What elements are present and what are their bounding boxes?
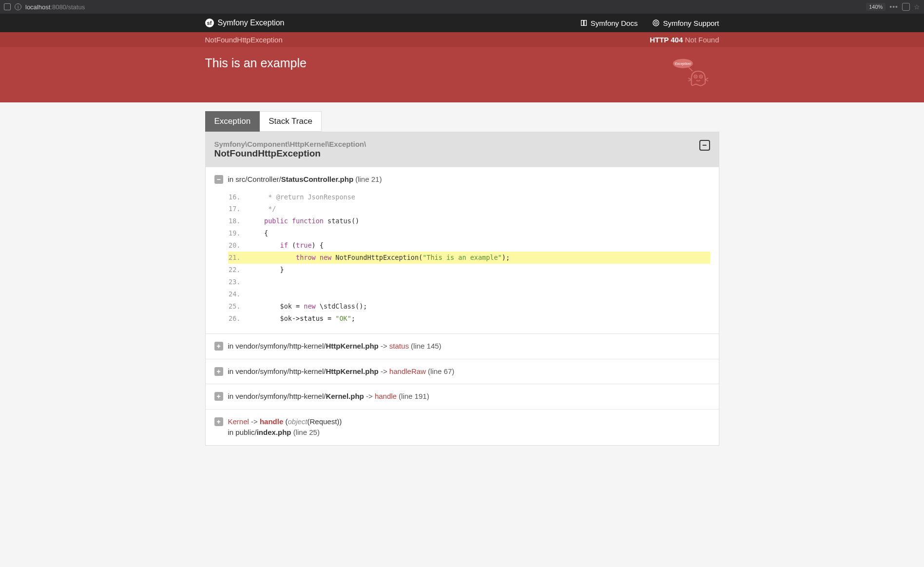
- code-source: if (true) {: [249, 239, 710, 252]
- bookmark-star-icon[interactable]: ☆: [914, 3, 920, 11]
- line-number: 26.: [228, 313, 249, 325]
- support-link[interactable]: Symfony Support: [652, 19, 719, 27]
- exception-class[interactable]: NotFoundHttpException: [205, 36, 283, 44]
- code-source: $ok->status = "OK";: [249, 313, 710, 325]
- svg-point-1: [655, 21, 657, 24]
- exception-namespace: Symfony\Component\HttpKernel\Exception\: [214, 140, 366, 148]
- tab-exception[interactable]: Exception: [205, 111, 260, 132]
- tab-stack-trace[interactable]: Stack Trace: [260, 111, 322, 132]
- code-line: 22. }: [228, 264, 710, 276]
- line-number: 19.: [228, 227, 249, 239]
- line-number: 23.: [228, 276, 249, 288]
- life-ring-icon: [652, 19, 660, 27]
- http-code: HTTP 404: [650, 36, 683, 44]
- trace-location[interactable]: Kernel -> handle (object(Request)) in pu…: [228, 416, 342, 438]
- ghost-illustration: Exception!: [666, 56, 719, 88]
- trace-item: − in src/Controller/StatusController.php…: [206, 167, 719, 333]
- error-header: NotFoundHttpException HTTP 404 Not Found…: [0, 32, 924, 102]
- tabs: Exception Stack Trace: [205, 111, 719, 132]
- code-line: 21. throw new NotFoundHttpException("Thi…: [228, 252, 710, 264]
- code-source: * @return JsonResponse: [249, 191, 710, 203]
- book-icon: [580, 19, 588, 27]
- code-source: throw new NotFoundHttpException("This is…: [249, 252, 710, 264]
- line-number: 25.: [228, 300, 249, 313]
- line-number: 22.: [228, 264, 249, 276]
- code-source: }: [249, 264, 710, 276]
- code-line: 25. $ok = new \stdClass();: [228, 300, 710, 313]
- browser-address-bar: i localhost:8080/status 140% ••• ☆: [0, 0, 924, 14]
- exception-class-name: NotFoundHttpException: [214, 148, 366, 159]
- url-host: localhost: [25, 3, 50, 11]
- support-link-label: Symfony Support: [663, 19, 719, 27]
- url-display[interactable]: localhost:8080/status: [25, 3, 85, 11]
- trace-item: + in vendor/symfony/http-kernel/Kernel.p…: [206, 384, 719, 409]
- expand-plus-icon[interactable]: +: [214, 417, 223, 426]
- svg-point-0: [653, 20, 659, 26]
- line-number: 24.: [228, 288, 249, 300]
- symfony-logo-icon: sf: [205, 19, 214, 27]
- code-source: public function status(): [249, 215, 710, 227]
- error-title: This is an example: [205, 56, 307, 70]
- line-number: 16.: [228, 191, 249, 203]
- info-icon[interactable]: i: [15, 3, 21, 10]
- trace-location[interactable]: in src/Controller/StatusController.php (…: [228, 174, 382, 185]
- collapse-minus-icon[interactable]: −: [214, 175, 223, 184]
- brand-text: Symfony Exception: [218, 19, 285, 27]
- docs-link-label: Symfony Docs: [591, 19, 638, 27]
- code-line: 24.: [228, 288, 710, 300]
- code-line: 18. public function status(): [228, 215, 710, 227]
- trace-item: + in vendor/symfony/http-kernel/HttpKern…: [206, 359, 719, 384]
- trace-item: + Kernel -> handle (object(Request)) in …: [206, 409, 719, 445]
- panel-header[interactable]: Symfony\Component\HttpKernel\Exception\ …: [206, 132, 719, 167]
- http-text: Not Found: [685, 36, 719, 44]
- docs-link[interactable]: Symfony Docs: [580, 19, 638, 27]
- code-line: 17. */: [228, 203, 710, 215]
- line-number: 20.: [228, 239, 249, 252]
- expand-plus-icon[interactable]: +: [214, 342, 223, 351]
- exception-panel: Symfony\Component\HttpKernel\Exception\ …: [205, 132, 719, 446]
- code-line: 16. * @return JsonResponse: [228, 191, 710, 203]
- code-source: $ok = new \stdClass();: [249, 300, 710, 313]
- code-line: 23.: [228, 276, 710, 288]
- code-source: [249, 276, 710, 288]
- trace-location[interactable]: in vendor/symfony/http-kernel/HttpKernel…: [228, 341, 442, 352]
- expand-plus-icon[interactable]: +: [214, 392, 223, 401]
- code-snippet: 16. * @return JsonResponse17. */18. publ…: [228, 191, 710, 325]
- trace-item: + in vendor/symfony/http-kernel/HttpKern…: [206, 333, 719, 359]
- url-port: :8080: [50, 3, 66, 11]
- pocket-icon[interactable]: [902, 3, 910, 11]
- trace-location[interactable]: in vendor/symfony/http-kernel/HttpKernel…: [228, 366, 455, 377]
- shield-icon[interactable]: [4, 3, 11, 10]
- collapse-icon[interactable]: −: [699, 140, 710, 151]
- line-number: 18.: [228, 215, 249, 227]
- svg-point-6: [700, 76, 701, 77]
- zoom-level[interactable]: 140%: [866, 3, 886, 11]
- http-status: HTTP 404 Not Found: [650, 36, 719, 44]
- code-source: {: [249, 227, 710, 239]
- brand: sf Symfony Exception: [205, 19, 285, 27]
- code-line: 20. if (true) {: [228, 239, 710, 252]
- code-line: 26. $ok->status = "OK";: [228, 313, 710, 325]
- symfony-topbar: sf Symfony Exception Symfony Docs Symfon…: [0, 14, 924, 32]
- ghost-bubble-text: Exception!: [674, 62, 691, 66]
- url-path: /status: [66, 3, 85, 11]
- trace-location[interactable]: in vendor/symfony/http-kernel/Kernel.php…: [228, 391, 429, 402]
- more-icon[interactable]: •••: [889, 3, 898, 11]
- code-source: */: [249, 203, 710, 215]
- line-number: 17.: [228, 203, 249, 215]
- expand-plus-icon[interactable]: +: [214, 367, 223, 376]
- svg-point-5: [695, 76, 696, 77]
- code-line: 19. {: [228, 227, 710, 239]
- code-source: [249, 288, 710, 300]
- line-number: 21.: [228, 252, 249, 264]
